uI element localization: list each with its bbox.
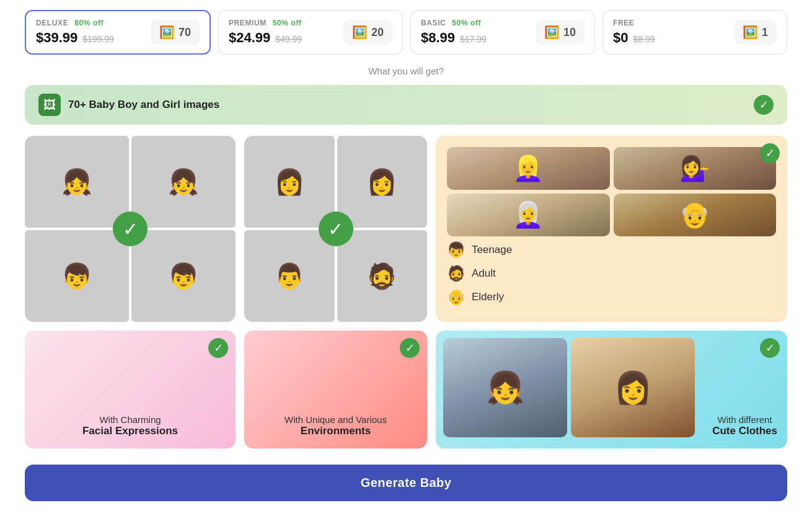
pricing-info-premium: PREMIUM 50% off $24.99 $49.99: [229, 19, 302, 46]
pricing-row: DELUXE 80% off $39.99 $199.99 🖼️ 70 PREM…: [25, 10, 787, 55]
children-card-check: ✓: [113, 212, 148, 246]
child-image-3: 👦: [25, 230, 129, 322]
tier-label-deluxe: DELUXE 80% off: [36, 19, 114, 27]
pricing-prices-premium: $24.99 $49.99: [229, 30, 302, 46]
pricing-info-deluxe: DELUXE 80% off $39.99 $199.99: [36, 19, 114, 46]
environments-card: ✓ With Unique and Various Environments: [244, 331, 427, 448]
teen-portrait-1: 👱‍♀️: [447, 147, 610, 190]
tier-label-free: FREE: [613, 19, 655, 27]
adults-images-card: 👩 👩 👨 🧔 ✓: [244, 136, 427, 322]
image-stack-icon-basic: 🖼️: [544, 25, 560, 40]
tier-label-basic: BASIC 50% off: [421, 19, 487, 27]
image-stack-icon-free: 🖼️: [743, 25, 758, 40]
adult-emoji: 🧔: [447, 265, 466, 282]
teenage-emoji: 👦: [447, 241, 466, 259]
children-images-card: 👧 👧 👦 👦 ✓: [25, 136, 236, 322]
age-item-teenage: 👦 Teenage: [447, 241, 776, 259]
ages-list: 👦 Teenage 🧔 Adult 👴 Elderly: [447, 236, 776, 311]
price-current-premium: $24.99: [229, 30, 270, 46]
adult-image-3: 👨: [244, 230, 335, 322]
tier-label-premium: PREMIUM 50% off: [229, 19, 302, 27]
teen-portrait-2: 💁‍♀️: [614, 147, 777, 190]
adult-label: Adult: [472, 267, 496, 280]
price-original-deluxe: $199.99: [82, 34, 114, 44]
price-original-premium: $49.99: [275, 34, 302, 44]
pricing-card-free[interactable]: FREE $0 $8.99 🖼️ 1: [602, 10, 787, 55]
elderly-label: Elderly: [472, 291, 504, 303]
bottom-grid: ✓ With Charming Facial Expressions ✓ Wit…: [25, 331, 787, 448]
green-banner: 🖼 70+ Baby Boy and Girl images ✓: [25, 85, 787, 125]
pricing-info-free: FREE $0 $8.99: [613, 19, 655, 46]
teenage-label: Teenage: [472, 244, 512, 256]
price-original-basic: $17.99: [460, 34, 487, 44]
credits-deluxe: 🖼️ 70: [151, 20, 200, 45]
banner-image-icon: 🖼: [38, 94, 61, 116]
banner-check-icon: ✓: [754, 95, 774, 115]
content-grid: 👧 👧 👦 👦 ✓ 👩 👩: [25, 136, 787, 322]
credits-premium: 🖼️ 20: [343, 20, 392, 45]
pricing-card-basic[interactable]: BASIC 50% off $8.99 $17.99 🖼️ 10: [410, 10, 595, 55]
child-image-1: 👧: [25, 136, 129, 228]
child-image-4: 👦: [131, 230, 236, 322]
facial-expressions-check: ✓: [208, 338, 228, 358]
age-groups-card: ✓ 👱‍♀️ 💁‍♀️ 👩‍🦳 👴 👦: [436, 136, 787, 322]
image-stack-icon-premium: 🖼️: [352, 25, 368, 40]
child-image-2: 👧: [131, 136, 236, 228]
banner-left: 🖼 70+ Baby Boy and Girl images: [38, 94, 219, 116]
pricing-info-basic: BASIC 50% off $8.99 $17.99: [421, 19, 487, 46]
pricing-card-premium[interactable]: PREMIUM 50% off $24.99 $49.99 🖼️ 20: [218, 10, 403, 55]
adult-image-1: 👩: [244, 136, 335, 228]
banner-text: 70+ Baby Boy and Girl images: [68, 99, 219, 111]
price-original-free: $8.99: [633, 34, 655, 44]
clothes-image-2: 👩: [571, 338, 695, 437]
adults-card-check: ✓: [319, 212, 353, 246]
generate-bar: Generate Baby: [25, 457, 787, 511]
age-item-adult: 🧔 Adult: [447, 265, 776, 282]
generate-baby-button[interactable]: Generate Baby: [25, 465, 787, 501]
price-current-free: $0: [613, 30, 628, 46]
facial-expressions-card: ✓ With Charming Facial Expressions: [25, 331, 236, 448]
cute-clothes-label: With different Cute Clothes: [712, 414, 777, 437]
credits-basic: 🖼️ 10: [536, 20, 585, 45]
environments-check: ✓: [400, 338, 420, 358]
section-subtitle: What you will get?: [25, 66, 787, 76]
image-stack-icon-deluxe: 🖼️: [159, 25, 175, 40]
price-current-basic: $8.99: [421, 30, 455, 46]
price-current-deluxe: $39.99: [36, 30, 77, 46]
facial-expressions-label: With Charming Facial Expressions: [82, 414, 178, 437]
cute-clothes-card: ✓ 👧 👩 With different Cute Clothes: [436, 331, 787, 448]
pricing-prices-free: $0 $8.99: [613, 30, 655, 46]
elderly-emoji: 👴: [447, 288, 466, 306]
age-card-check: ✓: [760, 143, 780, 163]
age-item-elderly: 👴 Elderly: [447, 288, 776, 306]
credits-free: 🖼️ 1: [734, 20, 777, 45]
environments-label: With Unique and Various Environments: [285, 414, 387, 437]
cute-clothes-check: ✓: [760, 338, 780, 358]
pricing-prices-basic: $8.99 $17.99: [421, 30, 487, 46]
elderly-portrait-2: 👴: [614, 194, 777, 236]
adult-image-2: 👩: [337, 136, 428, 228]
clothes-image-1: 👧: [443, 338, 567, 437]
adult-image-4: 🧔: [337, 230, 428, 322]
pricing-prices-deluxe: $39.99 $199.99: [36, 30, 114, 46]
clothes-images: 👧 👩: [436, 331, 702, 448]
pricing-card-deluxe[interactable]: DELUXE 80% off $39.99 $199.99 🖼️ 70: [25, 10, 211, 55]
elderly-portrait-1: 👩‍🦳: [447, 194, 610, 236]
